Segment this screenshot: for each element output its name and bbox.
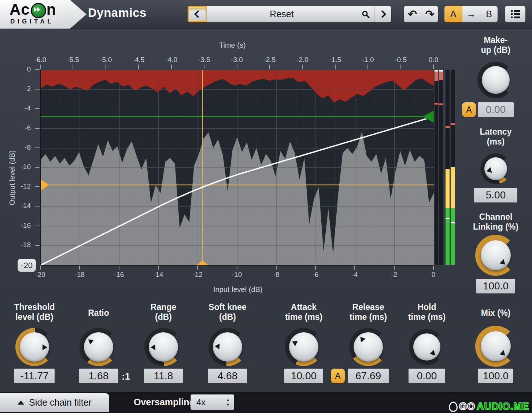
time-tick-label: -2.5 — [264, 56, 276, 64]
spinner-arrows-icon[interactable]: ▲▼ — [222, 395, 234, 410]
time-tick-mark — [367, 65, 368, 69]
release-knob[interactable] — [349, 328, 387, 366]
time-tick-label: -2.0 — [296, 56, 309, 64]
time-tick-label: -3.0 — [231, 56, 243, 64]
time-tick-mark — [138, 65, 139, 69]
watermark-icon — [449, 402, 458, 412]
makeup-label: Make- up (dB) — [454, 35, 532, 55]
ratio-knob[interactable] — [80, 328, 118, 366]
logo-text: Acn — [10, 1, 56, 18]
channel-value[interactable]: 100.0 — [476, 279, 515, 293]
output-tick-mark — [35, 206, 40, 206]
oversampling-dropdown[interactable]: 4x ▲▼ — [191, 395, 234, 410]
output-tick-label: -16 — [21, 222, 31, 230]
output-tick-label: -14 — [21, 202, 31, 210]
preset-name[interactable]: Reset — [207, 6, 357, 22]
time-tick-mark — [237, 65, 237, 69]
output-tick-label: 0 — [27, 65, 31, 73]
release-pointer — [358, 335, 366, 342]
menu-button-wrap — [505, 6, 525, 22]
mix-value[interactable]: 100.0 — [478, 369, 513, 383]
logo-play-icon — [31, 3, 46, 18]
input-tick-label: -8 — [273, 271, 279, 279]
time-tick-label: -5.0 — [100, 56, 112, 64]
undo-button[interactable]: ↶ — [404, 6, 421, 22]
makeup-value[interactable]: 0.00 — [478, 102, 514, 117]
range-value[interactable]: 11.8 — [144, 369, 183, 383]
output-tick-mark — [35, 226, 40, 226]
dynamics-graph[interactable] — [40, 70, 434, 266]
time-tick-label: -0.5 — [395, 56, 407, 64]
time-tick-label: -3.5 — [198, 56, 210, 64]
output-tick-label: -18 — [21, 241, 31, 249]
time-tick-mark — [400, 65, 401, 69]
threshold-value[interactable]: -11.77 — [14, 369, 55, 383]
redo-button[interactable]: ↷ — [421, 6, 438, 22]
makeup-auto-button[interactable]: A — [462, 102, 476, 117]
channel-label: Channel Linking (%) — [454, 212, 532, 232]
time-tick-mark — [269, 65, 270, 69]
gain-reduction-meter — [439, 70, 443, 265]
output-floor-badge[interactable]: -20 — [18, 259, 36, 272]
preset-search-button[interactable] — [357, 6, 374, 22]
latency-value[interactable]: 5.00 — [474, 188, 517, 202]
release-auto-button[interactable]: A — [331, 369, 345, 383]
softknee-pointer — [215, 343, 220, 350]
input-tick-label: -14 — [153, 271, 163, 279]
expand-up-icon — [18, 401, 24, 405]
header-bar: Acn DIGITAL Dynamics Reset ↶ ↷ A → B — [0, 0, 532, 29]
time-tick-mark — [204, 65, 204, 69]
softknee-value[interactable]: 4.68 — [208, 369, 247, 383]
latency-knob[interactable] — [480, 153, 511, 184]
plugin-window: Acn DIGITAL Dynamics Reset ↶ ↷ A → B — [0, 0, 532, 413]
time-tick-label: -1.0 — [362, 56, 374, 64]
time-tick-mark — [171, 65, 172, 69]
preset-next-button[interactable] — [374, 6, 391, 22]
time-tick-mark — [106, 65, 106, 69]
time-tick-mark — [433, 65, 434, 69]
range-knob[interactable] — [144, 328, 182, 366]
attack-knob[interactable] — [285, 328, 323, 366]
attack-pointer — [291, 339, 298, 346]
output-tick-mark — [35, 128, 40, 129]
input-tick-label: -4 — [352, 271, 358, 279]
undo-redo-group: ↶ ↷ — [404, 6, 438, 22]
time-tick-label: -6.0 — [34, 56, 47, 64]
makeup-knob[interactable] — [477, 62, 514, 98]
output-tick-mark — [35, 147, 40, 148]
softknee-knob[interactable] — [208, 328, 247, 366]
range-pointer — [151, 344, 155, 350]
attack-value[interactable]: 10.00 — [284, 369, 323, 383]
output-tick-mark — [35, 186, 40, 187]
ab-copy-button[interactable]: → — [462, 6, 480, 22]
side-chain-filter-button[interactable]: Side chain filter — [0, 393, 109, 412]
oversampling-value: 4x — [191, 397, 222, 407]
hold-value[interactable]: 0.00 — [409, 369, 445, 383]
ab-a-button[interactable]: A — [444, 6, 462, 22]
redo-icon: ↷ — [425, 9, 434, 20]
input-axis-title: Input level (dB) — [213, 285, 263, 294]
time-axis-title: Time (s) — [219, 41, 246, 50]
chevron-left-icon — [194, 10, 202, 18]
input-tick-label: -12 — [192, 271, 202, 279]
ratio-value[interactable]: 1.68 — [79, 369, 118, 383]
time-tick-label: -1.5 — [329, 56, 341, 64]
release-value[interactable]: 67.69 — [348, 369, 389, 383]
output-tick-mark — [35, 108, 40, 109]
output-tick-label: -4 — [25, 104, 31, 112]
ab-b-button[interactable]: B — [480, 6, 498, 22]
logo-subtext: DIGITAL — [10, 18, 54, 25]
oversampling-label: Oversampling: — [134, 397, 198, 407]
hold-knob[interactable] — [409, 329, 445, 365]
plugin-title: Dynamics — [88, 6, 147, 20]
makeup-knob-face — [482, 66, 510, 94]
menu-button[interactable] — [505, 6, 525, 22]
ceiling-marker[interactable] — [422, 111, 434, 123]
output-tick-label: -12 — [21, 182, 31, 190]
threshold-knob[interactable] — [15, 328, 53, 366]
channel-knob[interactable] — [475, 235, 516, 276]
preset-previous-button[interactable] — [188, 6, 207, 22]
mix-pointer — [500, 350, 507, 358]
time-tick-mark — [302, 65, 303, 69]
mix-knob[interactable] — [475, 326, 516, 367]
